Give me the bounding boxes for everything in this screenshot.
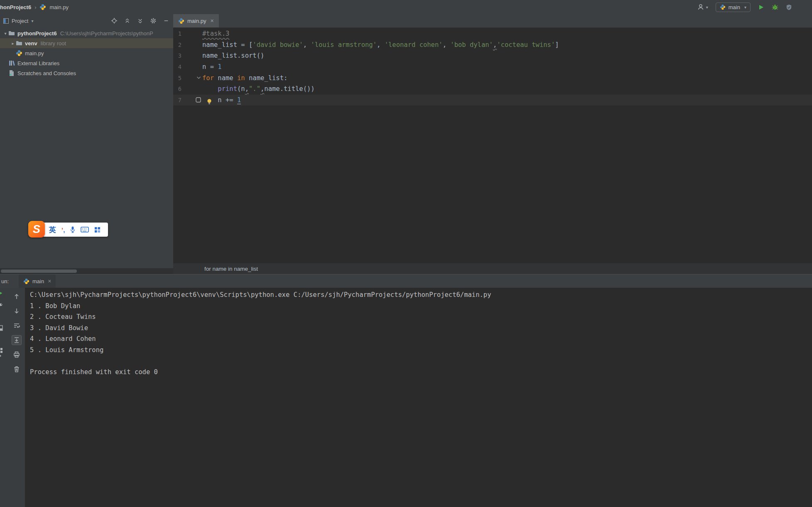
locate-file-button[interactable] <box>111 17 118 24</box>
gutter-square-icon[interactable] <box>196 97 201 103</box>
chevron-right-icon[interactable]: ▸ <box>10 41 16 46</box>
code-token: for <box>202 74 214 82</box>
code-token: 'louis armstrong' <box>311 41 377 49</box>
code-line-2[interactable]: 2 name_list = ['david bowie', 'louis arm… <box>173 39 812 51</box>
up-arrow-button[interactable] <box>12 291 22 301</box>
code-token: in <box>237 74 245 82</box>
keyboard-icon[interactable] <box>81 227 89 233</box>
console-line: 4 . Leonard Cohen <box>30 333 812 345</box>
debug-button[interactable] <box>772 4 778 10</box>
code-editor[interactable]: 1 #task.3 2 name_list = ['david bowie', … <box>173 28 812 263</box>
breadcrumb-context[interactable]: for name in name_list <box>204 266 258 272</box>
chevron-down-icon: ▾ <box>31 19 33 23</box>
run-tab-label: main <box>32 278 44 284</box>
line-number[interactable]: 2 <box>173 42 182 48</box>
code-token: name_list = [ <box>202 41 253 49</box>
run-console[interactable]: C:\Users\sjh\PycharmProjects\pythonProje… <box>25 288 812 507</box>
run-button[interactable] <box>758 4 764 10</box>
collapse-all-button[interactable] <box>124 18 130 24</box>
tree-item-venv[interactable]: ▸ venv library root <box>0 38 173 48</box>
line-number[interactable]: 7 <box>173 97 182 103</box>
wrench-icon[interactable] <box>0 303 3 309</box>
profiler-button[interactable] <box>786 4 792 10</box>
down-arrow-button[interactable] <box>12 306 22 316</box>
code-token: 1 <box>237 96 241 104</box>
tree-item-label: venv <box>25 40 37 47</box>
code-line-4[interactable]: 4 n = 1 <box>173 61 812 73</box>
close-tab-icon[interactable]: × <box>48 278 51 284</box>
line-number[interactable]: 4 <box>173 64 182 70</box>
tree-item-external-libraries[interactable]: External Libraries <box>0 58 173 68</box>
rerun-icon[interactable] <box>0 290 3 296</box>
code-line-6[interactable]: 6 print(n,".",name.title()) <box>173 83 812 95</box>
grid-icon[interactable] <box>0 348 3 353</box>
tree-item-detail: C:\Users\sjh\PycharmProjects\pythonP <box>60 30 153 37</box>
tree-item-main-py[interactable]: main.py <box>0 48 173 58</box>
code-line-5[interactable]: 5 for name in name_list: <box>173 72 812 83</box>
code-token: name_list.sort() <box>202 52 264 59</box>
run-config-label: main <box>729 4 740 10</box>
tree-item-pythonproject6[interactable]: ▾ pythonProject6 C:\Users\sjh\PycharmPro… <box>0 28 173 38</box>
python-icon <box>16 50 22 56</box>
settings-gear-icon[interactable] <box>150 17 157 24</box>
run-tool-window: un: main × C:\Users\sjh\PycharmProjects\… <box>0 274 812 507</box>
tool-window-stripe <box>0 288 8 507</box>
run-config-selector[interactable]: main ▾ <box>716 2 751 12</box>
tab-label: main.py <box>187 18 206 24</box>
sogou-logo-icon[interactable]: S <box>28 221 45 238</box>
fold-icon[interactable] <box>196 76 201 80</box>
microphone-icon[interactable] <box>70 226 75 233</box>
hide-panel-button[interactable] <box>163 18 169 24</box>
code-token: name_list: <box>245 74 288 82</box>
breadcrumb-file[interactable]: main.py <box>49 4 69 10</box>
code-line-3[interactable]: 3 name_list.sort() <box>173 50 812 61</box>
code-token: print <box>218 85 237 93</box>
sogou-input-toolbar[interactable]: S 英 ’, <box>29 223 108 237</box>
code-line-1[interactable]: 1 #task.3 <box>173 28 812 39</box>
horizontal-scrollbar-track <box>0 268 173 274</box>
line-number[interactable]: 1 <box>173 30 182 37</box>
intention-bulb-icon[interactable] <box>206 98 212 105</box>
scroll-to-end-button[interactable] <box>12 335 22 345</box>
project-view-selector[interactable]: Project <box>12 18 28 24</box>
punctuation-mode-button[interactable]: ’, <box>61 226 65 233</box>
tree-item-label: pythonProject6 <box>17 30 57 37</box>
user-button[interactable]: ▾ <box>697 4 708 10</box>
horizontal-scrollbar[interactable] <box>1 269 77 273</box>
user-icon <box>697 4 705 10</box>
breadcrumb-project[interactable]: honProject6 <box>0 4 31 10</box>
code-line-7[interactable]: 7 n += 1 <box>173 95 812 106</box>
code-token: , <box>245 85 249 93</box>
code-token: 'bob dylan' <box>450 41 493 49</box>
expand-all-button[interactable] <box>137 18 143 24</box>
gutter-icons <box>182 76 202 80</box>
folder-icon <box>8 30 15 37</box>
chevron-down-icon[interactable]: ▾ <box>2 31 8 36</box>
tree-item-scratches-and-consoles[interactable]: Scratches and Consoles <box>0 68 173 78</box>
run-tab-main[interactable]: main × <box>19 274 56 288</box>
clear-button[interactable] <box>12 364 22 374</box>
panel-icon[interactable] <box>0 325 3 331</box>
language-mode-button[interactable]: 英 <box>49 225 56 235</box>
title-bar: honProject6 › main.py ▾ main ▾ <box>0 0 812 14</box>
print-button[interactable] <box>12 350 22 360</box>
toolbox-grid-icon[interactable] <box>94 227 101 233</box>
navigation-breadcrumb: honProject6 › main.py <box>0 4 69 10</box>
scratches-icon <box>8 70 15 76</box>
chevron-icon[interactable] <box>0 353 2 358</box>
line-number[interactable]: 3 <box>173 52 182 59</box>
chevron-down-icon: ▾ <box>744 5 746 10</box>
code-text: print(n,".",name.title()) <box>202 85 315 93</box>
code-token: #task.3 <box>202 30 229 37</box>
tab-main-py[interactable]: main.py × <box>173 14 219 27</box>
code-token: , <box>377 41 385 49</box>
editor-breadcrumb-bar: for name in name_list <box>173 263 812 274</box>
line-number[interactable]: 6 <box>173 86 182 92</box>
tree-item-detail: library root <box>41 40 66 47</box>
code-token: , <box>443 41 451 49</box>
line-number[interactable]: 5 <box>173 75 182 81</box>
close-tab-icon[interactable]: × <box>211 17 214 24</box>
code-text: n += 1 <box>202 96 241 104</box>
tree-item-label: main.py <box>25 50 44 56</box>
soft-wrap-button[interactable] <box>12 321 22 331</box>
